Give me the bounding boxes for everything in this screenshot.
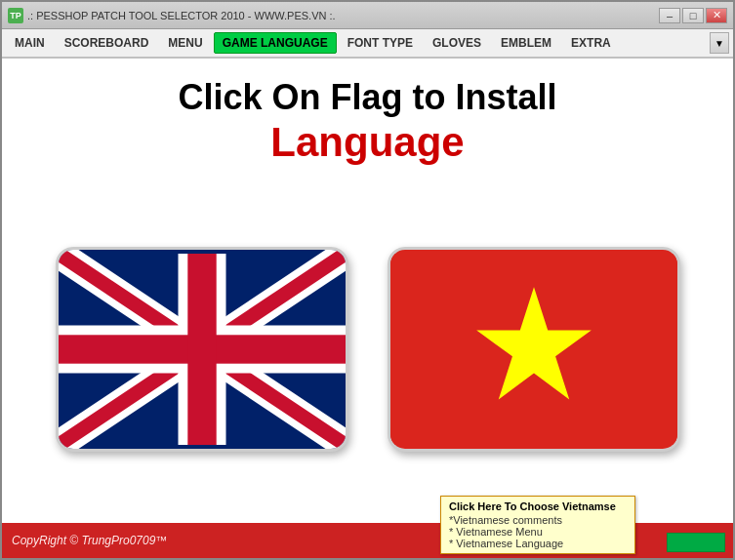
uk-flag-button[interactable] bbox=[56, 247, 348, 452]
app-icon: TP bbox=[8, 8, 23, 23]
minimize-button[interactable]: – bbox=[659, 8, 680, 23]
menu-item-menu[interactable]: MENU bbox=[159, 32, 211, 54]
main-subheading: Language bbox=[270, 119, 464, 166]
maximize-button[interactable]: □ bbox=[682, 8, 704, 23]
tooltip-popup: Click Here To Choose Vietnamse *Vietname… bbox=[440, 496, 635, 554]
flags-container bbox=[56, 185, 680, 513]
menu-item-extra[interactable]: EXTRA bbox=[562, 32, 620, 54]
progress-indicator bbox=[667, 533, 725, 552]
menu-bar: MAIN SCOREBOARD MENU GAME LANGUAGE FONT … bbox=[2, 29, 733, 59]
menu-item-main[interactable]: MAIN bbox=[6, 32, 54, 54]
menu-item-emblem[interactable]: EMBLEM bbox=[492, 32, 560, 54]
vn-flag-button[interactable] bbox=[388, 247, 680, 452]
tooltip-item-2: * Vietnamese Menu bbox=[449, 526, 627, 538]
svg-rect-8 bbox=[187, 254, 216, 445]
main-content: Click On Flag to Install Language bbox=[2, 59, 733, 523]
menu-dropdown-button[interactable]: ▼ bbox=[710, 32, 729, 54]
bottom-bar: CopyRight © TrungPro0709™ Click Here To … bbox=[2, 523, 733, 558]
menu-item-gloves[interactable]: GLOVES bbox=[424, 32, 490, 54]
tooltip-item-1: *Vietnamese comments bbox=[449, 514, 627, 526]
tooltip-item-3: * Vietnamese Language bbox=[449, 538, 627, 549]
menu-item-font-type[interactable]: FONT TYPE bbox=[339, 32, 422, 54]
main-heading: Click On Flag to Install bbox=[178, 78, 556, 117]
window-title: .: PESSHOP PATCH TOOL SELECTOR 2010 - WW… bbox=[27, 10, 336, 21]
title-bar-left: TP .: PESSHOP PATCH TOOL SELECTOR 2010 -… bbox=[8, 8, 336, 23]
window-controls: – □ ✕ bbox=[659, 8, 727, 23]
tooltip-title: Click Here To Choose Vietnamse bbox=[449, 500, 627, 512]
menu-item-game-language[interactable]: GAME LANGUAGE bbox=[214, 32, 337, 54]
close-button[interactable]: ✕ bbox=[706, 8, 727, 23]
menu-item-scoreboard[interactable]: SCOREBOARD bbox=[56, 32, 158, 54]
app-window: TP .: PESSHOP PATCH TOOL SELECTOR 2010 -… bbox=[0, 0, 735, 560]
title-bar: TP .: PESSHOP PATCH TOOL SELECTOR 2010 -… bbox=[2, 2, 733, 29]
copyright-text: CopyRight © TrungPro0709™ bbox=[12, 534, 167, 547]
